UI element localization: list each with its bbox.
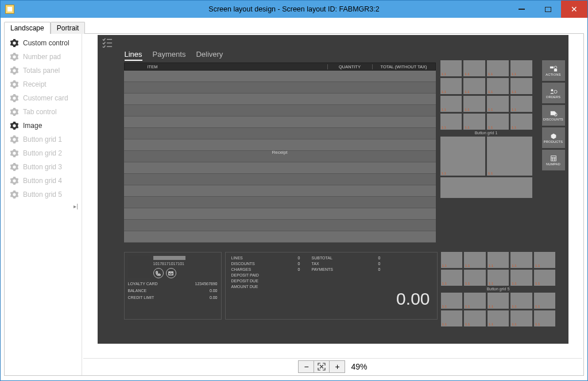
grid-cell[interactable]: 1.1 — [487, 60, 509, 76]
svg-point-3 — [554, 66, 556, 68]
canvas-outer: Lines Payments Delivery ITEM QUANTITY TO… — [82, 34, 583, 375]
button-grid-1-caption: Button grid 1 — [440, 131, 532, 135]
customer-card[interactable]: 10178171017101 LOYALTY CARD1234567890 BA… — [124, 252, 222, 320]
grid-cell[interactable]: 1.1 — [510, 60, 532, 76]
window-title: Screen layout design - Screen layout ID:… — [1, 5, 587, 13]
tab-portrait[interactable]: Portrait — [51, 22, 86, 34]
grid-cell[interactable]: 1.1 — [487, 114, 509, 130]
tool-button-grid-3[interactable]: Button grid 3 — [5, 160, 82, 174]
grid-cell[interactable]: 1.1 — [488, 270, 509, 286]
tool-customer-card[interactable]: Customer card — [5, 91, 82, 105]
grid-cell[interactable]: 1.1 — [510, 293, 532, 309]
tool-button-grid-5[interactable]: Button grid 5 — [5, 188, 82, 201]
zoom-bar: − + 49% — [83, 358, 582, 374]
grid-cell[interactable]: 1.1 — [440, 78, 462, 94]
grid-cell[interactable]: 1.1 — [440, 96, 462, 112]
receipt-row — [124, 185, 436, 197]
zoom-out-button[interactable]: − — [298, 360, 314, 373]
grid-cell[interactable]: 1.1 — [487, 96, 509, 112]
svg-rect-8 — [551, 155, 556, 161]
action-discounts[interactable]: % DISCOUNTS — [542, 105, 565, 126]
action-column: ACTIONS ORDERS % DISCOUNTS — [542, 60, 565, 170]
receipt-tab-lines[interactable]: Lines — [125, 50, 142, 61]
grid-cell[interactable]: 1.1 — [463, 96, 485, 112]
tasks-icon[interactable] — [102, 37, 114, 49]
grid-cell[interactable]: 1.1 — [463, 60, 485, 76]
grid-cell[interactable]: 1.1 — [441, 293, 463, 309]
tool-custom-control[interactable]: Custom control — [5, 36, 82, 50]
grid-cell[interactable]: 1.1 — [488, 293, 509, 309]
action-orders[interactable]: ORDERS — [542, 83, 565, 103]
amount-due: 0.00 — [396, 289, 430, 309]
receipt-tabs: Lines Payments Delivery — [125, 50, 223, 61]
grid-cell[interactable]: 1.1 — [464, 270, 486, 286]
grid-cell[interactable]: 1.1 — [463, 114, 485, 130]
grid-cell[interactable]: 1.1 — [441, 252, 463, 268]
action-products[interactable]: PRODUCTS — [542, 127, 565, 148]
receipt-header: ITEM QUANTITY TOTAL (WITHOUT TAX) — [124, 63, 436, 71]
receipt-row — [124, 116, 436, 128]
grid-cell[interactable]: 1.1 — [510, 96, 532, 112]
tool-image[interactable]: Image — [5, 119, 82, 133]
receipt-row — [124, 174, 436, 185]
grid-cell[interactable]: 1.1 — [534, 252, 556, 268]
grid-cell[interactable]: 1.1 — [464, 252, 486, 268]
grid-cell[interactable]: 1.1 — [534, 310, 556, 326]
tool-button-grid-4[interactable]: Button grid 4 — [5, 174, 82, 188]
zoom-fit-button[interactable] — [314, 360, 330, 373]
receipt-row — [124, 71, 436, 82]
customer-id: 10178171017101 — [153, 262, 218, 266]
tool-receipt[interactable]: Receipt — [5, 77, 82, 91]
action-actions[interactable]: ACTIONS — [542, 60, 565, 81]
toollist-expand-icon[interactable]: ▸| — [5, 201, 82, 211]
grid-cell[interactable] — [440, 177, 532, 198]
grid-cell[interactable]: 1.1 — [440, 60, 462, 76]
grid-cell[interactable]: 1.1 — [463, 78, 485, 94]
grid-cell[interactable]: 1.1 — [487, 137, 532, 176]
receipt-row — [124, 208, 436, 220]
grid-cell[interactable]: 1.1 — [510, 310, 532, 326]
button-grid-1[interactable]: 1.11.11.11.11.11.11.11.11.11.11.11.11.11… — [440, 60, 532, 198]
zoom-percent: 49% — [351, 362, 367, 371]
grid-cell[interactable]: 1.1 — [534, 293, 556, 309]
receipt-tab-payments[interactable]: Payments — [153, 50, 186, 61]
tool-tab-control[interactable]: Tab control — [5, 105, 82, 119]
grid-cell[interactable]: 1.1 — [464, 293, 486, 309]
grid-cell[interactable]: 1.1 — [510, 252, 532, 268]
design-surface[interactable]: Lines Payments Delivery ITEM QUANTITY TO… — [98, 35, 568, 344]
grid-cell[interactable]: 1.1 — [510, 114, 532, 130]
grid-cell[interactable]: 1.1 — [488, 310, 509, 326]
grid-cell[interactable]: 1.1 — [464, 310, 486, 326]
phone-icon[interactable] — [153, 268, 164, 278]
totals-panel[interactable]: LINES0DISCOUNTS0CHARGES0DEPOSIT PAIDDEPO… — [225, 252, 438, 320]
grid-cell[interactable]: 1.1 — [440, 114, 462, 130]
zoom-in-button[interactable]: + — [329, 360, 345, 373]
svg-text:%: % — [554, 114, 556, 116]
app-window: Screen layout design - Screen layout ID:… — [0, 0, 588, 381]
receipt-tab-delivery[interactable]: Delivery — [196, 50, 223, 61]
receipt-row — [124, 162, 436, 174]
action-numpad[interactable]: NUMPAD — [542, 150, 565, 170]
grid-cell[interactable]: 1.1 — [488, 252, 509, 268]
tool-number-pad[interactable]: Number pad — [5, 50, 82, 64]
grid-cell[interactable]: 1.1 — [441, 310, 463, 326]
grid-cell[interactable]: 1.1 — [441, 270, 463, 286]
button-grid-5[interactable]: 1.11.11.11.11.11.11.11.11.11.1 Button gr… — [441, 252, 556, 326]
grid-cell[interactable]: 1.1 — [487, 78, 509, 94]
client-area: Landscape Portrait Custom controlNumber … — [1, 18, 587, 380]
svg-point-4 — [551, 89, 553, 91]
grid-cell[interactable]: 1.1 — [440, 137, 486, 176]
tab-landscape[interactable]: Landscape — [4, 22, 51, 34]
grid-cell[interactable]: 1.1 — [534, 270, 556, 286]
receipt-row — [124, 94, 436, 105]
receipt-panel[interactable]: ITEM QUANTITY TOTAL (WITHOUT TAX) Receip… — [124, 63, 436, 243]
tool-totals-panel[interactable]: Totals panel — [5, 64, 82, 77]
mail-icon[interactable] — [166, 268, 176, 278]
customer-name-placeholder — [153, 256, 185, 260]
tool-button-grid-2[interactable]: Button grid 2 — [5, 146, 82, 160]
grid-cell[interactable]: 1.1 — [510, 270, 532, 286]
tool-button-grid-1[interactable]: Button grid 1 — [5, 133, 82, 146]
grid-cell[interactable]: 1.1 — [510, 78, 532, 94]
receipt-row — [124, 231, 436, 243]
col-qty: QUANTITY — [327, 64, 372, 69]
